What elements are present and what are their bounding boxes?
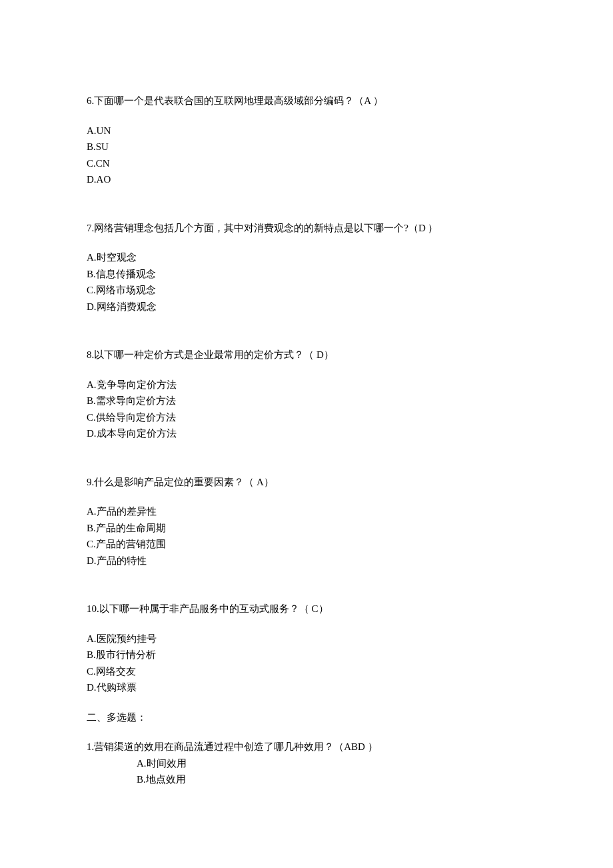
question-9-option-a: A.产品的差异性	[87, 504, 526, 519]
question-6: 6.下面哪一个是代表联合国的互联网地理最高级域部分编码？（A ） A.UN B.…	[87, 93, 526, 187]
question-7-option-a: A.时空观念	[87, 250, 526, 265]
question-9-option-b: B.产品的生命周期	[87, 521, 526, 536]
question-6-option-b: B.SU	[87, 139, 526, 155]
section-2-title: 二、多选题：	[87, 710, 526, 725]
document-page: 6.下面哪一个是代表联合国的互联网地理最高级域部分编码？（A ） A.UN B.…	[0, 0, 613, 868]
question-7: 7.网络营销理念包括几个方面，其中对消费观念的的新特点是以下哪一个?（D ） A…	[87, 221, 526, 315]
question-8-text: 8.以下哪一种定价方式是企业最常用的定价方式？（ D）	[87, 347, 526, 363]
multi-question-1: 1.营销渠道的效用在商品流通过程中创造了哪几种效用？（ABD ） A.时间效用 …	[87, 739, 526, 787]
question-9: 9.什么是影响产品定位的重要因素？（ A） A.产品的差异性 B.产品的生命周期…	[87, 475, 526, 569]
question-8-option-b: B.需求导向定价方法	[87, 393, 526, 409]
question-9-option-c: C.产品的营销范围	[87, 537, 526, 552]
question-7-option-b: B.信息传播观念	[87, 267, 526, 282]
question-7-option-c: C.网络市场观念	[87, 283, 526, 298]
question-10-option-b: B.股市行情分析	[87, 647, 526, 663]
question-10-text: 10.以下哪一种属于非产品服务中的互动式服务？（ C）	[87, 601, 526, 617]
multi-question-1-option-b: B.地点效用	[87, 772, 526, 787]
question-9-text: 9.什么是影响产品定位的重要因素？（ A）	[87, 475, 526, 490]
question-8: 8.以下哪一种定价方式是企业最常用的定价方式？（ D） A.竞争导向定价方法 B…	[87, 347, 526, 441]
question-10-option-c: C.网络交友	[87, 664, 526, 679]
multi-question-1-text: 1.营销渠道的效用在商品流通过程中创造了哪几种效用？（ABD ）	[87, 739, 526, 755]
question-6-text: 6.下面哪一个是代表联合国的互联网地理最高级域部分编码？（A ）	[87, 93, 526, 109]
question-10: 10.以下哪一种属于非产品服务中的互动式服务？（ C） A.医院预约挂号 B.股…	[87, 601, 526, 695]
question-7-option-d: D.网络消费观念	[87, 299, 526, 315]
question-6-option-a: A.UN	[87, 123, 526, 139]
multi-question-1-option-a: A.时间效用	[87, 756, 526, 771]
question-8-option-a: A.竞争导向定价方法	[87, 377, 526, 393]
question-10-option-a: A.医院预约挂号	[87, 631, 526, 647]
question-9-option-d: D.产品的特性	[87, 553, 526, 569]
question-8-option-c: C.供给导向定价方法	[87, 410, 526, 425]
question-10-option-d: D.代购球票	[87, 680, 526, 695]
question-7-text: 7.网络营销理念包括几个方面，其中对消费观念的的新特点是以下哪一个?（D ）	[87, 221, 526, 236]
question-8-option-d: D.成本导向定价方法	[87, 426, 526, 441]
question-6-option-d: D.AO	[87, 172, 526, 187]
question-6-option-c: C.CN	[87, 156, 526, 171]
